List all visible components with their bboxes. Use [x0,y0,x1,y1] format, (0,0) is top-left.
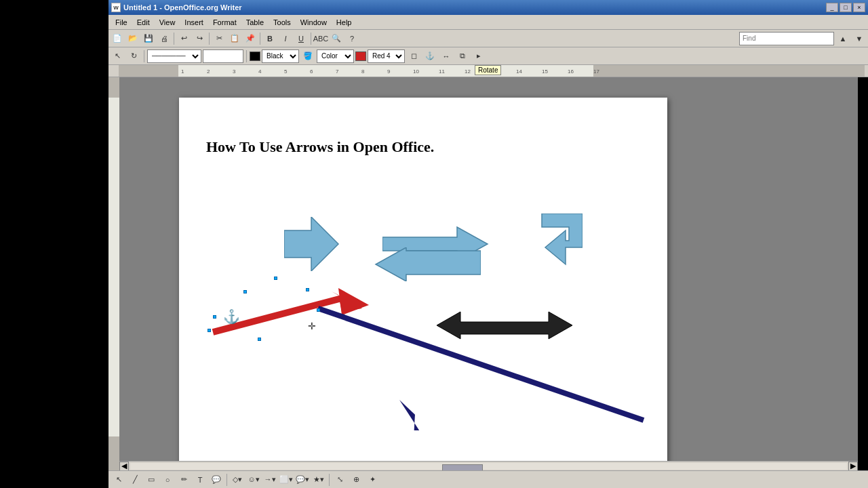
new-button[interactable]: 📄 [110,32,125,45]
line-color-select[interactable]: Black [262,49,299,63]
find-button[interactable]: 🔍 [329,32,344,45]
menu-edit[interactable]: Edit [133,17,154,28]
close-button[interactable]: × [853,3,865,12]
help-button[interactable]: ? [344,32,359,45]
svg-text:3: 3 [233,68,236,75]
callouts-button[interactable]: 💬▾ [295,473,310,487]
svg-text:16: 16 [568,68,574,75]
spell-check-button[interactable]: ABC [313,32,328,45]
handle-ml[interactable] [213,315,216,319]
fill-icon[interactable]: 🪣 [300,49,315,63]
menu-tools[interactable]: Tools [269,17,295,28]
menu-file[interactable]: File [111,17,132,28]
paste-button[interactable]: 📌 [243,32,258,45]
page-title: How To Use Arrows in Open Office. [206,138,640,156]
text-tool-button[interactable]: T [193,473,208,487]
effects-button[interactable]: ✦ [365,473,380,487]
shadow-button[interactable]: ◻ [406,49,421,63]
resize-button[interactable]: ⤡ [332,473,347,487]
svg-text:8: 8 [361,68,365,75]
handle-tr[interactable] [306,288,309,291]
callout-tool-button[interactable]: 💬 [209,473,224,487]
svg-text:5: 5 [284,68,288,75]
open-button[interactable]: 📂 [125,32,140,45]
select-tool-button[interactable]: ↖ [111,473,126,487]
handle-tm[interactable] [274,277,277,280]
menu-view[interactable]: View [155,17,180,28]
find-prev-button[interactable]: ▲ [835,32,850,45]
menu-table[interactable]: Table [242,17,268,28]
menubar: File Edit View Insert Format Table Tools… [108,15,868,30]
underline-button[interactable]: U [294,32,309,45]
anchor-icon: ⚓ [223,308,240,325]
toolbar1: 📄 📂 💾 🖨 ↩ ↪ ✂ 📋 📌 B I U ABC 🔍 ? ▲ ▼ [108,30,868,47]
svg-text:7: 7 [336,68,339,75]
separator2 [209,33,210,45]
symbols-button[interactable]: ☺▾ [246,473,261,487]
horizontal-scrollbar[interactable]: ◀ ▶ [119,461,858,470]
svg-marker-33 [382,400,449,430]
fill-color-select[interactable]: Red 4 [368,49,405,63]
svg-text:4: 4 [258,68,262,75]
find-next-button[interactable]: ▼ [852,32,867,45]
svg-text:9: 9 [387,68,391,75]
scroll-right-button[interactable]: ▶ [848,462,858,471]
line-style-select[interactable]: ─────── [147,49,201,63]
italic-button[interactable]: I [278,32,293,45]
copy-button[interactable]: 📋 [227,32,242,45]
line-tool-button[interactable]: ╱ [127,473,142,487]
freeform-tool-button[interactable]: ✏ [176,473,191,487]
minimize-button[interactable]: _ [826,3,838,12]
toolbar2: ↖ ↻ ─────── 0.10cm Black 🪣 Color Red 4 ◻… [108,47,868,65]
anchor-button[interactable]: ⚓ [422,49,437,63]
svg-text:1: 1 [181,68,184,75]
save-button[interactable]: 💾 [141,32,156,45]
menu-format[interactable]: Format [209,17,241,28]
crop-button[interactable]: ⊕ [349,473,363,487]
ruler-corner [108,65,119,77]
scrollbar-thumb[interactable] [442,464,483,471]
rect-tool-button[interactable]: ▭ [144,473,159,487]
bot-sep1 [226,474,227,486]
find-input[interactable] [739,32,834,45]
menu-window[interactable]: Window [296,17,331,28]
arrows-button[interactable]: →▾ [262,473,277,487]
wrap-button[interactable]: ↔ [439,49,454,63]
maximize-button[interactable]: □ [840,3,852,12]
fill-type-select[interactable]: Color [317,49,354,63]
titlebar-title: Untitled 1 - OpenOffice.org Writer [123,3,242,12]
print-button[interactable]: 🖨 [157,32,172,45]
menu-help[interactable]: Help [332,17,356,28]
handle-bm[interactable] [258,338,261,341]
separator3 [260,33,260,45]
menu-insert[interactable]: Insert [180,17,208,28]
titlebar-left: W Untitled 1 - OpenOffice.org Writer [111,3,242,12]
handle-mr[interactable] [317,308,320,312]
more-button[interactable]: ▸ [471,49,486,63]
scroll-left-button[interactable]: ◀ [119,462,129,471]
fill-color-swatch [355,52,366,61]
bottom-toolbar: ↖ ╱ ▭ ○ ✏ T 💬 ◇▾ ☺▾ →▾ ⬜▾ 💬▾ ★▾ ⤡ ⊕ ✦ [108,470,868,488]
svg-text:12: 12 [465,68,471,75]
arrange-button[interactable]: ⧉ [455,49,470,63]
separator1 [174,33,174,45]
bold-button[interactable]: B [262,32,277,45]
handle-bl[interactable] [208,329,211,332]
page-content: How To Use Arrows in Open Office. [179,98,667,434]
flowchart-button[interactable]: ⬜▾ [279,473,294,487]
shapes-button[interactable]: ◇▾ [230,473,245,487]
handle-tl[interactable] [243,290,247,293]
titlebar-controls[interactable]: _ □ × [826,3,865,12]
redo-button[interactable]: ↪ [192,32,207,45]
cut-button[interactable]: ✂ [212,32,226,45]
move-cursor[interactable]: ✛ [308,321,316,331]
stars-button[interactable]: ★▾ [311,473,326,487]
ellipse-tool-button[interactable]: ○ [160,473,175,487]
line-width-input[interactable]: 0.10cm [203,49,243,63]
select-button[interactable]: ↖ [110,49,125,63]
black-double-arrow-svg [437,308,572,349]
svg-text:10: 10 [413,68,419,75]
reverse-l-arrow-svg [525,214,583,271]
rotate-button[interactable]: ↻ [126,49,141,63]
undo-button[interactable]: ↩ [176,32,191,45]
